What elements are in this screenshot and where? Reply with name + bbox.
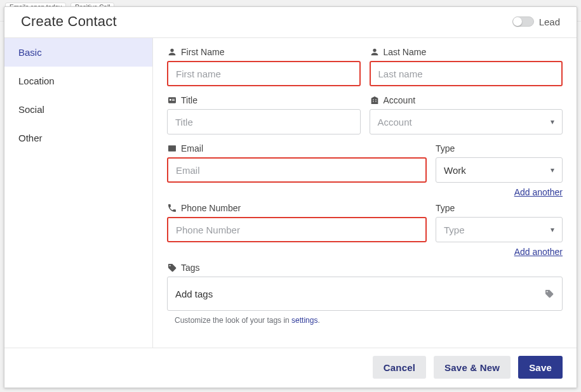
phone-input[interactable] [167,217,427,242]
svg-rect-4 [373,100,373,100]
person-icon [167,47,177,57]
tab-location[interactable]: Location [4,67,152,95]
first-name-input[interactable] [167,61,361,86]
create-contact-modal: Create Contact Lead Basic Location Socia… [4,6,577,388]
save-button[interactable]: Save [518,356,563,379]
tags-input[interactable]: Add tags [167,277,563,311]
email-input[interactable] [167,157,427,183]
tab-basic[interactable]: Basic [4,38,152,67]
save-and-new-button[interactable]: Save & New [434,356,511,379]
svg-rect-6 [373,101,373,101]
tags-helper: Customize the look of your tags in setti… [175,316,563,325]
modal-footer: Cancel Save & New Save [4,348,577,388]
chevron-down-icon: ▾ [551,166,554,174]
lead-toggle-group: Lead [512,16,560,27]
email-type-select[interactable]: Work ▾ [436,157,563,183]
email-label: Email [167,143,427,154]
account-label: Account [370,95,563,105]
tags-label: Tags [167,263,563,273]
last-name-label: Last Name [370,47,563,57]
lead-toggle[interactable] [512,16,534,27]
add-another-phone[interactable]: Add another [514,247,563,257]
title-label: Title [167,95,361,105]
chevron-down-icon: ▾ [551,225,554,234]
building-icon [370,95,380,105]
phone-type-label: Type [436,203,563,213]
phone-label: Phone Number [167,203,427,213]
add-another-email[interactable]: Add another [514,187,563,197]
modal-overlay: Create Contact Lead Basic Location Socia… [0,0,581,392]
tab-other[interactable]: Other [4,124,152,152]
modal-header: Create Contact Lead [4,7,577,37]
form-area: First Name Last Name [153,38,577,348]
svg-rect-1 [170,99,171,101]
account-select[interactable]: Account ▾ [370,109,563,134]
svg-rect-2 [172,99,175,100]
svg-rect-3 [172,100,175,101]
settings-link[interactable]: settings [291,316,317,325]
svg-rect-5 [375,100,376,100]
modal-sidebar: Basic Location Social Other [4,38,153,348]
email-type-label: Type [436,143,563,154]
phone-icon [167,203,177,213]
lead-toggle-label: Lead [539,16,560,27]
first-name-label: First Name [167,47,361,57]
title-input[interactable] [167,109,361,134]
id-card-icon [167,95,177,105]
tab-social[interactable]: Social [4,95,152,124]
person-icon [370,47,380,57]
tag-icon [167,263,177,273]
tag-icon [544,289,554,299]
phone-type-select[interactable]: Type ▾ [436,217,563,242]
modal-title: Create Contact [21,13,117,30]
mail-icon [167,143,177,154]
svg-rect-7 [375,101,376,101]
chevron-down-icon: ▾ [551,117,554,126]
cancel-button[interactable]: Cancel [373,356,426,379]
last-name-input[interactable] [370,61,563,86]
